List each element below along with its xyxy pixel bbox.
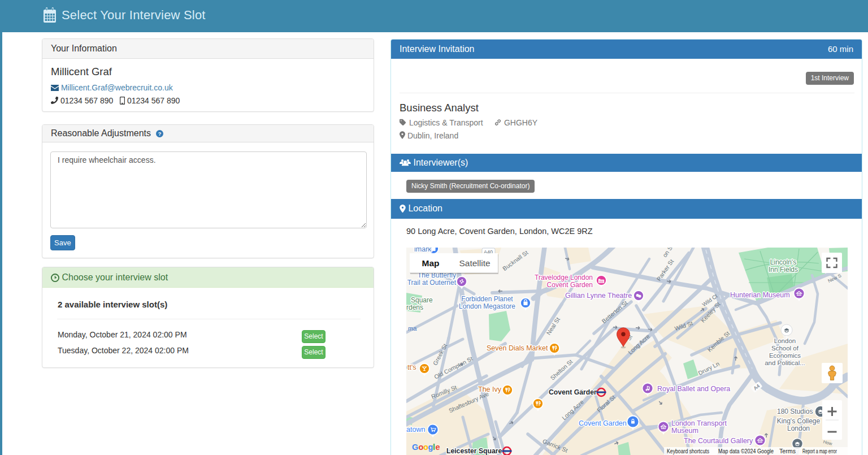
- svg-text:and Political...: and Political...: [765, 359, 805, 366]
- svg-text:London Transport: London Transport: [671, 419, 727, 427]
- svg-text:Travelodge London: Travelodge London: [535, 274, 593, 281]
- svg-text:Gillian Lynne Theatre: Gillian Lynne Theatre: [565, 292, 632, 300]
- svg-text:tt's: tt's: [407, 363, 416, 371]
- svg-text:Keyboard shortcuts: Keyboard shortcuts: [667, 448, 709, 454]
- svg-text:l: l: [433, 443, 435, 452]
- svg-text:Leicester Square: Leicester Square: [446, 447, 502, 455]
- svg-text:Covent Garden: Covent Garden: [549, 388, 598, 396]
- svg-text:180 Studios: 180 Studios: [777, 408, 813, 415]
- svg-text:Royal Ballet and Opera: Royal Ballet and Opera: [657, 385, 730, 393]
- svg-text:atown: atown: [406, 426, 425, 434]
- svg-text:London Megastore: London Megastore: [459, 302, 515, 310]
- svg-text:?: ?: [158, 131, 162, 137]
- svg-text:London: London: [774, 337, 796, 344]
- svg-text:Satellite: Satellite: [459, 258, 490, 268]
- svg-text:Report a map error: Report a map error: [802, 448, 837, 454]
- svg-text:Covent Garden: Covent Garden: [579, 419, 627, 427]
- svg-text:School of: School of: [771, 345, 799, 352]
- svg-text:Seven Dials Market: Seven Dials Market: [487, 344, 548, 352]
- svg-text:Economics: Economics: [769, 352, 801, 359]
- svg-text:The Courtauld Gallery: The Courtauld Gallery: [684, 437, 753, 445]
- svg-text:e: e: [436, 443, 440, 452]
- svg-text:Covent Garden: Covent Garden: [547, 281, 593, 289]
- svg-text:G: G: [412, 443, 418, 452]
- svg-text:Museum: Museum: [671, 427, 698, 435]
- svg-text:rdens: rdens: [406, 304, 423, 311]
- svg-text:The Ivy: The Ivy: [478, 385, 502, 393]
- svg-text:London: London: [787, 424, 810, 432]
- svg-text:Forbidden Planet: Forbidden Planet: [461, 295, 513, 303]
- svg-text:Hunterian Museum: Hunterian Museum: [730, 291, 790, 299]
- svg-text:Trail at Outernet: Trail at Outernet: [407, 279, 457, 287]
- svg-text:Map data ©2024 Google: Map data ©2024 Google: [718, 448, 774, 454]
- svg-text:Square: Square: [411, 296, 433, 304]
- svg-text:King's College: King's College: [777, 417, 821, 425]
- svg-text:ma: ma: [408, 325, 417, 332]
- svg-text:Lincoln's: Lincoln's: [770, 258, 796, 266]
- svg-text:Inn Fields: Inn Fields: [769, 266, 798, 274]
- svg-text:Terms: Terms: [779, 448, 796, 454]
- svg-text:Map: Map: [422, 258, 440, 268]
- svg-text:imark: imark: [414, 248, 432, 253]
